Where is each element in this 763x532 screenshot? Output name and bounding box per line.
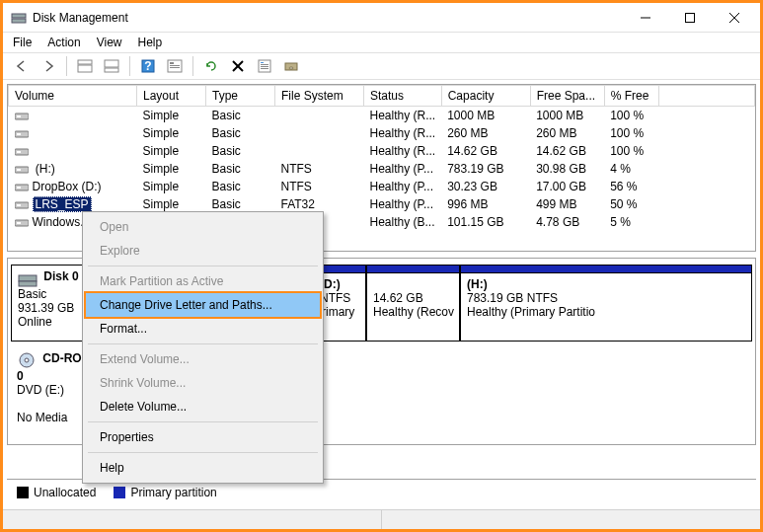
col-layout[interactable]: Layout (137, 86, 206, 107)
ctx-mark-active[interactable]: Mark Partition as Active (86, 269, 320, 293)
cell-free: 4.78 GB (530, 213, 604, 231)
cell-capacity: 783.19 GB (441, 160, 530, 178)
svg-rect-34 (17, 187, 21, 189)
cell-fs (275, 142, 364, 160)
refresh-icon[interactable] (200, 55, 222, 77)
table-row[interactable]: DropBox (D:)SimpleBasicNTFSHealthy (P...… (9, 178, 755, 195)
svg-rect-0 (12, 14, 26, 18)
minimize-button[interactable] (623, 4, 667, 32)
close-button[interactable] (712, 4, 756, 32)
col-filesystem[interactable]: File System (275, 86, 364, 107)
help-icon[interactable]: ? (137, 55, 159, 77)
volume-icon (15, 199, 29, 210)
cell-pct: 100 % (604, 107, 658, 125)
volume-icon (15, 128, 29, 139)
settings-icon[interactable] (164, 55, 186, 77)
swatch-black (17, 487, 29, 498)
legend-primary: Primary partition (114, 486, 216, 499)
svg-point-42 (25, 358, 29, 362)
svg-rect-40 (19, 281, 37, 286)
menu-view[interactable]: View (97, 36, 122, 49)
svg-rect-22 (261, 68, 268, 69)
disk-icon[interactable] (280, 55, 302, 77)
svg-rect-6 (78, 60, 92, 64)
cell-status: Healthy (P... (364, 178, 442, 195)
part-size: 783.19 GB NTFS (467, 291, 558, 305)
cell-status: Healthy (B... (364, 213, 442, 231)
cell-pct: 100 % (604, 142, 658, 160)
cell-status: Healthy (R... (364, 124, 442, 142)
svg-rect-38 (17, 222, 21, 224)
table-row[interactable]: (H:)SimpleBasicNTFSHealthy (P...783.19 G… (9, 160, 755, 178)
partition-h[interactable]: (H:) 783.19 GB NTFS Healthy (Primary Par… (460, 265, 752, 342)
column-header-row[interactable]: Volume Layout Type File System Status Ca… (9, 86, 755, 107)
col-status[interactable]: Status (364, 86, 442, 107)
ctx-properties[interactable]: Properties (86, 425, 320, 449)
ctx-help[interactable]: Help (86, 456, 320, 480)
menu-file[interactable]: File (13, 36, 32, 49)
cell-type: Basic (206, 107, 275, 125)
svg-rect-20 (261, 64, 268, 65)
forward-button[interactable] (38, 55, 59, 77)
cell-fs: NTFS (275, 178, 364, 195)
menu-help[interactable]: Help (138, 36, 163, 49)
window-title: Disk Management (33, 11, 623, 25)
table-row[interactable]: SimpleBasicHealthy (R...14.62 GB14.62 GB… (9, 142, 755, 160)
ctx-explore[interactable]: Explore (86, 239, 320, 263)
col-pctfree[interactable]: % Free (604, 86, 658, 107)
col-type[interactable]: Type (206, 86, 275, 107)
ctx-format[interactable]: Format... (86, 317, 320, 341)
ctx-delete-volume[interactable]: Delete Volume... (86, 395, 320, 418)
svg-rect-19 (261, 62, 264, 63)
disk-label-size: 931.39 GB (18, 301, 74, 315)
cdrom-icon (17, 351, 37, 369)
ctx-change-drive-letter[interactable]: Change Drive Letter and Paths... (84, 291, 322, 319)
svg-text:?: ? (144, 59, 151, 73)
cell-layout: Simple (137, 160, 206, 178)
cell-layout: Simple (137, 142, 206, 160)
ctx-open[interactable]: Open (86, 215, 320, 239)
svg-rect-7 (78, 65, 92, 72)
svg-rect-26 (17, 115, 21, 117)
disk-icon (18, 269, 38, 287)
table-row[interactable]: SimpleBasicHealthy (R...260 MB260 MB100 … (9, 124, 755, 142)
cell-layout: Simple (137, 107, 206, 125)
partition-recovery[interactable]: 14.62 GB Healthy (Recov (366, 265, 460, 342)
disk-management-window: Disk Management File Action View Help ? (0, 0, 763, 532)
cell-capacity: 14.62 GB (441, 142, 530, 160)
cell-status: Healthy (R... (364, 142, 442, 160)
ctx-shrink-volume[interactable]: Shrink Volume... (86, 371, 320, 395)
col-volume[interactable]: Volume (9, 86, 137, 107)
svg-rect-30 (17, 151, 21, 153)
cell-pct: 100 % (604, 124, 658, 142)
svg-rect-15 (170, 67, 180, 68)
cell-capacity: 1000 MB (441, 107, 530, 125)
cell-layout: Simple (137, 124, 206, 142)
window-controls (623, 4, 756, 32)
disk-label-name: Disk 0 (43, 269, 78, 283)
properties-icon[interactable] (254, 55, 275, 77)
cell-type: Basic (206, 124, 275, 142)
view-top-icon[interactable] (74, 55, 96, 77)
svg-rect-28 (17, 133, 21, 135)
svg-rect-32 (17, 169, 21, 171)
part-size: 14.62 GB (373, 291, 423, 305)
view-bottom-icon[interactable] (101, 55, 122, 77)
back-button[interactable] (11, 55, 33, 77)
table-row[interactable]: SimpleBasicHealthy (R...1000 MB1000 MB10… (9, 107, 755, 125)
cell-capacity: 260 MB (441, 124, 530, 142)
svg-rect-3 (685, 13, 694, 22)
cell-type: Basic (206, 160, 275, 178)
volume-name: (H:) (33, 162, 55, 176)
col-freespace[interactable]: Free Spa... (530, 86, 604, 107)
cell-fs (275, 124, 364, 142)
cell-type: Basic (206, 178, 275, 195)
volume-name: LRS_ESP (33, 196, 92, 212)
ctx-extend-volume[interactable]: Extend Volume... (86, 347, 320, 371)
maximize-button[interactable] (667, 4, 712, 32)
delete-icon[interactable] (227, 55, 249, 77)
menu-action[interactable]: Action (47, 36, 80, 49)
part-title: (H:) (467, 277, 488, 291)
cdrom-drive: DVD (E:) (17, 383, 64, 397)
col-capacity[interactable]: Capacity (441, 86, 530, 107)
